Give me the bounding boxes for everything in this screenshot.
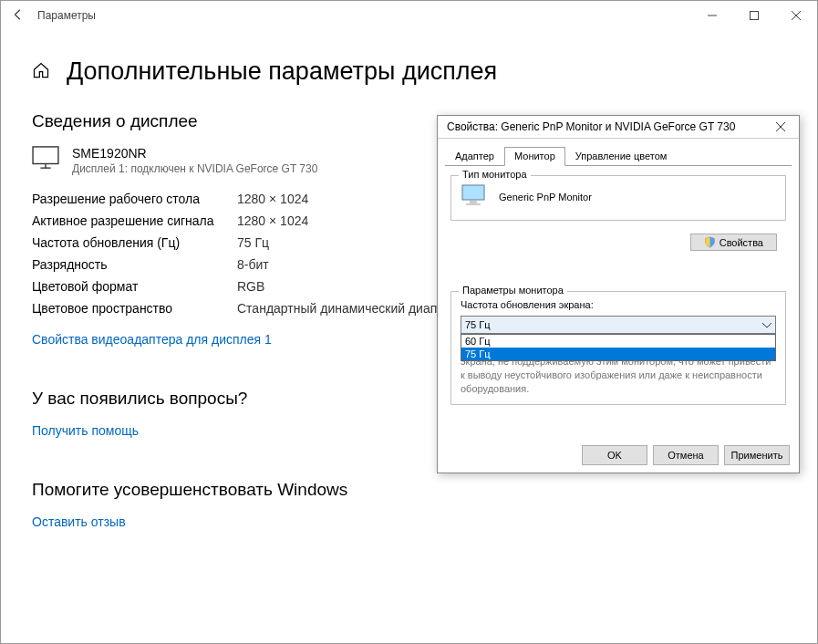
maximize-button[interactable] [733, 1, 775, 30]
refresh-rate-option[interactable]: 75 Гц [461, 348, 775, 360]
monitor-type-name: Generic PnP Monitor [499, 192, 592, 203]
dialog-titlebar: Свойства: Generic PnP Monitor и NVIDIA G… [438, 116, 799, 139]
spec-label: Активное разрешение сигнала [32, 213, 237, 228]
leave-feedback-link[interactable]: Оставить отзыв [32, 514, 786, 529]
monitor-params-group: Параметры монитора Частота обновления эк… [450, 291, 786, 405]
refresh-rate-option[interactable]: 60 Гц [461, 335, 775, 348]
dialog-tabs: АдаптерМониторУправление цветом [445, 146, 792, 166]
spec-label: Цветовое пространство [32, 301, 237, 316]
page-title: Дополнительные параметры дисплея [67, 57, 497, 86]
tab-монитор[interactable]: Монитор [504, 147, 565, 166]
tab-адаптер[interactable]: Адаптер [445, 147, 504, 166]
monitor-properties-dialog: Свойства: Generic PnP Monitor и NVIDIA G… [437, 115, 800, 473]
tab-управление-цветом[interactable]: Управление цветом [565, 147, 678, 166]
home-icon[interactable] [32, 61, 50, 82]
close-button[interactable] [775, 1, 817, 30]
dialog-close-button[interactable] [762, 116, 799, 139]
ok-button[interactable]: OK [582, 445, 647, 465]
refresh-rate-label: Частота обновления экрана: [461, 299, 776, 310]
spec-label: Разрядность [32, 257, 237, 272]
svg-rect-1 [751, 12, 759, 20]
feedback-section-title: Помогите усовершенствовать Windows [32, 480, 786, 500]
svg-rect-4 [33, 147, 58, 164]
back-button[interactable] [12, 8, 37, 24]
spec-label: Разрешение рабочего стола [32, 192, 237, 206]
window-title: Параметры [37, 9, 691, 22]
cancel-button[interactable]: Отмена [653, 445, 719, 465]
refresh-rate-dropdown: 60 Гц75 Гц [461, 334, 776, 361]
monitor-type-group-title: Тип монитора [459, 169, 531, 180]
monitor-params-group-title: Параметры монитора [459, 285, 567, 296]
dialog-title: Свойства: Generic PnP Monitor и NVIDIA G… [447, 120, 762, 133]
monitor-properties-button-label: Свойства [720, 237, 763, 248]
monitor-connection: Дисплей 1: подключен к NVIDIA GeForce GT… [72, 162, 317, 175]
minimize-button[interactable] [691, 1, 733, 30]
monitor-type-group: Тип монитора Generic PnP Monitor [450, 175, 786, 221]
svg-rect-11 [466, 203, 481, 205]
monitor-small-icon [461, 183, 490, 211]
monitor-properties-button[interactable]: Свойства [690, 234, 777, 251]
monitor-icon [32, 146, 59, 175]
shield-icon [704, 236, 716, 248]
spec-label: Частота обновления (Гц) [32, 235, 237, 250]
svg-rect-9 [462, 185, 484, 200]
titlebar: Параметры [1, 1, 817, 30]
svg-rect-10 [470, 201, 477, 203]
chevron-down-icon [762, 319, 771, 330]
refresh-rate-selected: 75 Гц [465, 319, 491, 330]
spec-label: Цветовой формат [32, 279, 237, 294]
refresh-rate-select[interactable]: 75 Гц 60 Гц75 Гц [461, 316, 776, 334]
apply-button[interactable]: Применить [724, 445, 790, 465]
monitor-name: SME1920NR [72, 146, 317, 161]
